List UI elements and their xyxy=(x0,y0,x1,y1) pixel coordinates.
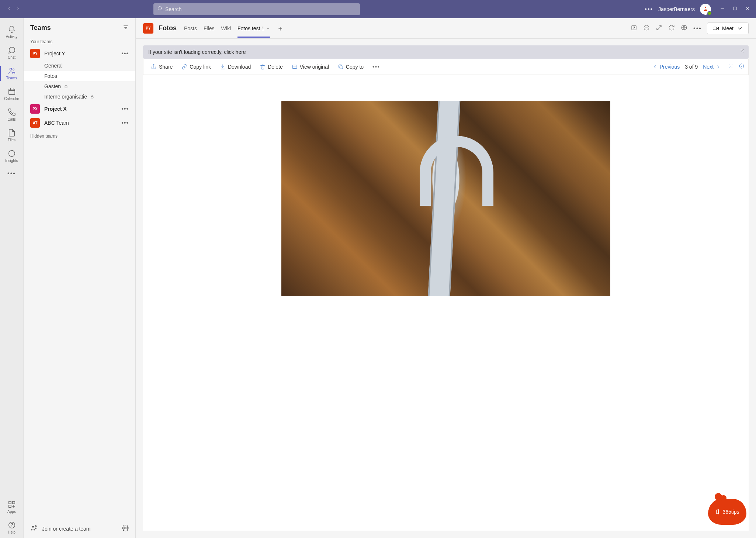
svg-point-0 xyxy=(158,6,162,10)
page-counter: 3 of 9 xyxy=(685,64,698,70)
team-more-icon[interactable]: ••• xyxy=(121,120,129,126)
app-rail: Activity Chat Teams Calendar Calls Files… xyxy=(0,18,24,538)
team-more-icon[interactable]: ••• xyxy=(121,50,129,57)
rail-files[interactable]: Files xyxy=(0,125,24,146)
rail-calendar[interactable]: Calendar xyxy=(0,84,24,104)
team-project-x[interactable]: PX Project X ••• xyxy=(24,102,135,116)
join-team-icon[interactable] xyxy=(30,524,38,533)
share-button[interactable]: Share xyxy=(147,59,176,75)
svg-rect-11 xyxy=(65,86,67,88)
expand-icon[interactable] xyxy=(656,24,662,32)
insights-icon xyxy=(8,149,16,158)
more-icon: ••• xyxy=(7,170,16,177)
window-minimize-icon[interactable] xyxy=(720,6,725,13)
hidden-teams-label: Hidden teams xyxy=(24,130,135,141)
avatar[interactable] xyxy=(700,4,711,15)
rail-insights[interactable]: Insights xyxy=(0,146,24,166)
rail-calendar-label: Calendar xyxy=(4,97,19,101)
nav-back-icon[interactable] xyxy=(7,6,12,13)
tab-fotos-test-1[interactable]: Fotos test 1 xyxy=(237,19,270,38)
copy-to-button[interactable]: Copy to xyxy=(334,59,367,75)
window-close-icon[interactable] xyxy=(745,6,750,13)
svg-point-1 xyxy=(705,7,706,8)
window-maximize-icon[interactable] xyxy=(732,6,738,13)
download-button[interactable]: Download xyxy=(216,59,254,75)
globe-icon[interactable] xyxy=(681,24,687,32)
banner-close-icon[interactable] xyxy=(740,48,745,55)
channel-label: General xyxy=(44,63,63,69)
copy-to-label: Copy to xyxy=(346,64,364,70)
nav-forward-icon[interactable] xyxy=(15,6,21,13)
conversation-icon[interactable] xyxy=(643,24,650,32)
file-toolbar: Share Copy link Download Delete View ori… xyxy=(143,59,749,75)
sidepanel-title: Teams xyxy=(30,24,51,32)
filter-icon[interactable] xyxy=(123,24,129,32)
tab-wiki[interactable]: Wiki xyxy=(221,19,231,38)
file-icon xyxy=(8,129,16,137)
rail-more[interactable]: ••• xyxy=(0,166,24,180)
channel-general[interactable]: General xyxy=(24,61,135,71)
chevron-down-icon xyxy=(266,26,270,31)
site-loading-banner[interactable]: If your site isn't loading correctly, cl… xyxy=(143,45,749,59)
photo-preview[interactable] xyxy=(281,101,610,296)
team-project-y[interactable]: PY Project Y ••• xyxy=(24,46,135,61)
meet-label: Meet xyxy=(722,25,734,31)
copy-link-button[interactable]: Copy link xyxy=(178,59,215,75)
tab-label: Fotos test 1 xyxy=(237,25,264,31)
previous-button[interactable]: Previous xyxy=(652,64,680,70)
join-team-label[interactable]: Join or create a team xyxy=(42,526,91,532)
svg-rect-19 xyxy=(713,27,717,30)
badge-label: 365tips xyxy=(722,509,739,515)
titlebar-more-icon[interactable]: ••• xyxy=(645,6,653,13)
copy-link-label: Copy link xyxy=(190,64,211,70)
rail-calls-label: Calls xyxy=(7,117,15,121)
rail-calls[interactable]: Calls xyxy=(0,104,24,125)
rail-apps[interactable]: Apps xyxy=(0,497,24,517)
svg-point-15 xyxy=(125,527,126,529)
banner-text: If your site isn't loading correctly, cl… xyxy=(148,49,246,55)
presence-indicator xyxy=(707,11,712,15)
meet-button[interactable]: Meet xyxy=(707,23,749,34)
channel-gasten[interactable]: Gasten xyxy=(24,81,135,92)
pager: Previous 3 of 9 Next xyxy=(652,64,721,70)
channel-interne-organisatie[interactable]: Interne organisatie xyxy=(24,92,135,102)
rail-teams[interactable]: Teams xyxy=(0,63,24,84)
add-tab-icon[interactable]: ＋ xyxy=(277,24,284,33)
rail-activity[interactable]: Activity xyxy=(0,22,24,42)
popout-icon[interactable] xyxy=(631,24,637,32)
team-abc-team[interactable]: AT ABC Team ••• xyxy=(24,116,135,130)
channel-label: Fotos xyxy=(44,73,57,79)
chat-icon xyxy=(8,46,16,54)
search-box[interactable] xyxy=(153,3,360,15)
channel-team-tile: PY xyxy=(143,23,153,34)
your-teams-label: Your teams xyxy=(24,35,135,46)
delete-button[interactable]: Delete xyxy=(256,59,286,75)
info-icon[interactable] xyxy=(739,63,745,70)
channel-fotos[interactable]: Fotos xyxy=(24,71,135,81)
rail-teams-label: Teams xyxy=(6,76,17,80)
view-original-button[interactable]: View original xyxy=(288,59,333,75)
team-name: Project Y xyxy=(44,51,117,56)
close-preview-icon[interactable] xyxy=(728,63,734,70)
share-label: Share xyxy=(159,64,173,70)
next-button[interactable]: Next xyxy=(703,64,721,70)
channel-title: Fotos xyxy=(159,24,177,32)
delete-label: Delete xyxy=(268,64,282,70)
svg-rect-9 xyxy=(8,505,11,507)
team-more-icon[interactable]: ••• xyxy=(121,106,129,112)
lock-icon xyxy=(90,94,94,99)
search-input[interactable] xyxy=(165,6,356,12)
rail-help[interactable]: Help xyxy=(0,517,24,538)
rail-chat[interactable]: Chat xyxy=(0,42,24,63)
header-more-icon[interactable]: ••• xyxy=(693,25,702,32)
toolbar-more-icon[interactable]: ••• xyxy=(369,59,384,75)
tab-files[interactable]: Files xyxy=(204,19,215,38)
svg-rect-21 xyxy=(340,66,343,69)
tab-posts[interactable]: Posts xyxy=(184,19,197,38)
rail-apps-label: Apps xyxy=(7,510,16,514)
refresh-icon[interactable] xyxy=(668,24,675,32)
svg-rect-20 xyxy=(292,65,297,68)
settings-icon[interactable] xyxy=(122,525,129,532)
rail-help-label: Help xyxy=(8,530,15,534)
help-icon xyxy=(8,521,16,529)
